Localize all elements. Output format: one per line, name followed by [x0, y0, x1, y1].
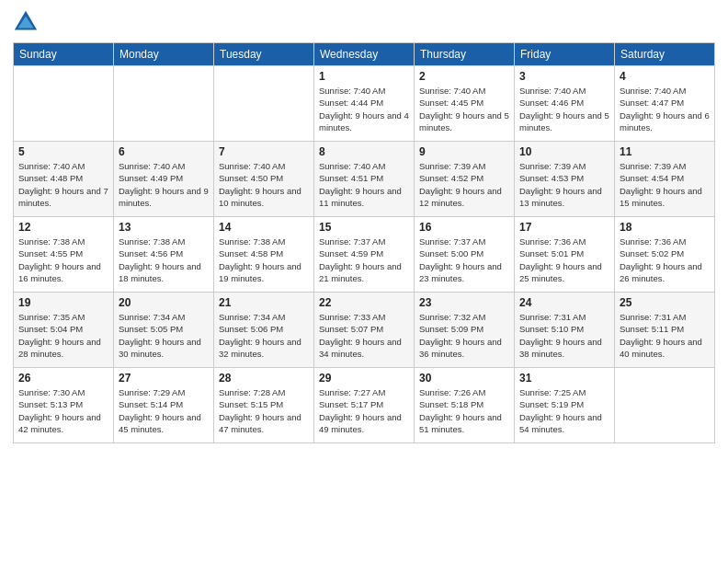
logo	[13, 9, 42, 35]
calendar-cell: 8Sunrise: 7:40 AM Sunset: 4:51 PM Daylig…	[314, 142, 415, 217]
day-info: Sunrise: 7:39 AM Sunset: 4:53 PM Dayligh…	[519, 160, 609, 209]
page: SundayMondayTuesdayWednesdayThursdayFrid…	[0, 0, 728, 563]
calendar-cell: 9Sunrise: 7:39 AM Sunset: 4:52 PM Daylig…	[415, 142, 515, 217]
day-info: Sunrise: 7:37 AM Sunset: 4:59 PM Dayligh…	[319, 236, 409, 284]
weekday-header-wednesday: Wednesday	[314, 43, 415, 66]
day-number: 30	[419, 372, 509, 385]
day-info: Sunrise: 7:26 AM Sunset: 5:18 PM Dayligh…	[419, 386, 509, 435]
day-number: 29	[319, 372, 409, 385]
weekday-header-sunday: Sunday	[14, 43, 114, 66]
day-number: 19	[18, 296, 108, 309]
logo-icon	[13, 9, 39, 35]
calendar-row-3: 19Sunrise: 7:35 AM Sunset: 5:04 PM Dayli…	[14, 293, 715, 368]
weekday-header-saturday: Saturday	[615, 43, 715, 66]
day-number: 24	[519, 296, 609, 309]
calendar-cell: 6Sunrise: 7:40 AM Sunset: 4:49 PM Daylig…	[114, 142, 214, 217]
day-info: Sunrise: 7:31 AM Sunset: 5:10 PM Dayligh…	[519, 311, 609, 360]
day-info: Sunrise: 7:40 AM Sunset: 4:45 PM Dayligh…	[419, 85, 509, 133]
weekday-header-monday: Monday	[114, 43, 214, 66]
calendar-cell	[615, 368, 715, 443]
calendar-cell	[14, 66, 114, 142]
day-number: 17	[519, 221, 609, 234]
day-number: 14	[219, 221, 309, 234]
day-number: 7	[219, 145, 309, 158]
calendar-cell: 13Sunrise: 7:38 AM Sunset: 4:56 PM Dayli…	[114, 217, 214, 293]
weekday-header-friday: Friday	[515, 43, 615, 66]
day-info: Sunrise: 7:38 AM Sunset: 4:58 PM Dayligh…	[219, 236, 309, 284]
day-number: 4	[620, 70, 710, 83]
day-number: 16	[419, 221, 509, 234]
day-info: Sunrise: 7:31 AM Sunset: 5:11 PM Dayligh…	[620, 311, 710, 360]
day-info: Sunrise: 7:30 AM Sunset: 5:13 PM Dayligh…	[18, 386, 108, 435]
weekday-header-row: SundayMondayTuesdayWednesdayThursdayFrid…	[14, 43, 715, 66]
calendar-row-4: 26Sunrise: 7:30 AM Sunset: 5:13 PM Dayli…	[14, 368, 715, 443]
day-number: 10	[519, 145, 609, 158]
day-number: 8	[319, 145, 409, 158]
day-info: Sunrise: 7:27 AM Sunset: 5:17 PM Dayligh…	[319, 386, 409, 435]
day-info: Sunrise: 7:38 AM Sunset: 4:55 PM Dayligh…	[18, 236, 108, 284]
day-info: Sunrise: 7:34 AM Sunset: 5:06 PM Dayligh…	[219, 311, 309, 360]
calendar-table: SundayMondayTuesdayWednesdayThursdayFrid…	[13, 42, 715, 443]
calendar-cell: 27Sunrise: 7:29 AM Sunset: 5:14 PM Dayli…	[114, 368, 214, 443]
header	[13, 9, 715, 35]
day-number: 31	[519, 372, 609, 385]
calendar-cell: 11Sunrise: 7:39 AM Sunset: 4:54 PM Dayli…	[615, 142, 715, 217]
calendar-cell: 31Sunrise: 7:25 AM Sunset: 5:19 PM Dayli…	[515, 368, 615, 443]
day-number: 1	[319, 70, 409, 83]
day-info: Sunrise: 7:40 AM Sunset: 4:50 PM Dayligh…	[219, 160, 309, 209]
day-number: 12	[18, 221, 108, 234]
calendar-row-0: 1Sunrise: 7:40 AM Sunset: 4:44 PM Daylig…	[14, 66, 715, 142]
calendar-cell: 22Sunrise: 7:33 AM Sunset: 5:07 PM Dayli…	[314, 293, 415, 368]
day-info: Sunrise: 7:25 AM Sunset: 5:19 PM Dayligh…	[519, 386, 609, 435]
day-info: Sunrise: 7:32 AM Sunset: 5:09 PM Dayligh…	[419, 311, 509, 360]
weekday-header-thursday: Thursday	[415, 43, 515, 66]
calendar-cell: 25Sunrise: 7:31 AM Sunset: 5:11 PM Dayli…	[615, 293, 715, 368]
day-number: 18	[620, 221, 710, 234]
calendar-cell: 16Sunrise: 7:37 AM Sunset: 5:00 PM Dayli…	[415, 217, 515, 293]
calendar-cell: 3Sunrise: 7:40 AM Sunset: 4:46 PM Daylig…	[515, 66, 615, 142]
calendar-cell: 12Sunrise: 7:38 AM Sunset: 4:55 PM Dayli…	[14, 217, 114, 293]
day-info: Sunrise: 7:28 AM Sunset: 5:15 PM Dayligh…	[219, 386, 309, 435]
calendar-cell: 21Sunrise: 7:34 AM Sunset: 5:06 PM Dayli…	[214, 293, 314, 368]
day-info: Sunrise: 7:39 AM Sunset: 4:52 PM Dayligh…	[419, 160, 509, 209]
day-info: Sunrise: 7:36 AM Sunset: 5:01 PM Dayligh…	[519, 236, 609, 284]
calendar-cell: 15Sunrise: 7:37 AM Sunset: 4:59 PM Dayli…	[314, 217, 415, 293]
calendar-cell: 29Sunrise: 7:27 AM Sunset: 5:17 PM Dayli…	[314, 368, 415, 443]
day-number: 11	[620, 145, 710, 158]
day-info: Sunrise: 7:35 AM Sunset: 5:04 PM Dayligh…	[18, 311, 108, 360]
day-info: Sunrise: 7:40 AM Sunset: 4:47 PM Dayligh…	[620, 85, 710, 133]
day-number: 2	[419, 70, 509, 83]
day-number: 26	[18, 372, 108, 385]
calendar-cell: 30Sunrise: 7:26 AM Sunset: 5:18 PM Dayli…	[415, 368, 515, 443]
calendar-cell: 1Sunrise: 7:40 AM Sunset: 4:44 PM Daylig…	[314, 66, 415, 142]
day-number: 3	[519, 70, 609, 83]
calendar-cell: 26Sunrise: 7:30 AM Sunset: 5:13 PM Dayli…	[14, 368, 114, 443]
calendar-cell	[214, 66, 314, 142]
day-number: 28	[219, 372, 309, 385]
day-number: 22	[319, 296, 409, 309]
day-number: 21	[219, 296, 309, 309]
weekday-header-tuesday: Tuesday	[214, 43, 314, 66]
day-info: Sunrise: 7:40 AM Sunset: 4:46 PM Dayligh…	[519, 85, 609, 133]
day-number: 5	[18, 145, 108, 158]
day-number: 25	[620, 296, 710, 309]
calendar-cell: 4Sunrise: 7:40 AM Sunset: 4:47 PM Daylig…	[615, 66, 715, 142]
day-info: Sunrise: 7:40 AM Sunset: 4:44 PM Dayligh…	[319, 85, 409, 133]
day-info: Sunrise: 7:37 AM Sunset: 5:00 PM Dayligh…	[419, 236, 509, 284]
day-info: Sunrise: 7:36 AM Sunset: 5:02 PM Dayligh…	[620, 236, 710, 284]
calendar-cell: 18Sunrise: 7:36 AM Sunset: 5:02 PM Dayli…	[615, 217, 715, 293]
calendar-cell: 23Sunrise: 7:32 AM Sunset: 5:09 PM Dayli…	[415, 293, 515, 368]
day-number: 13	[119, 221, 209, 234]
calendar-row-1: 5Sunrise: 7:40 AM Sunset: 4:48 PM Daylig…	[14, 142, 715, 217]
day-info: Sunrise: 7:39 AM Sunset: 4:54 PM Dayligh…	[620, 160, 710, 209]
calendar-cell	[114, 66, 214, 142]
calendar-cell: 19Sunrise: 7:35 AM Sunset: 5:04 PM Dayli…	[14, 293, 114, 368]
calendar-cell: 14Sunrise: 7:38 AM Sunset: 4:58 PM Dayli…	[214, 217, 314, 293]
calendar-cell: 28Sunrise: 7:28 AM Sunset: 5:15 PM Dayli…	[214, 368, 314, 443]
day-info: Sunrise: 7:34 AM Sunset: 5:05 PM Dayligh…	[119, 311, 209, 360]
calendar-cell: 2Sunrise: 7:40 AM Sunset: 4:45 PM Daylig…	[415, 66, 515, 142]
day-info: Sunrise: 7:40 AM Sunset: 4:48 PM Dayligh…	[18, 160, 108, 209]
day-info: Sunrise: 7:40 AM Sunset: 4:51 PM Dayligh…	[319, 160, 409, 209]
day-number: 20	[119, 296, 209, 309]
calendar-cell: 17Sunrise: 7:36 AM Sunset: 5:01 PM Dayli…	[515, 217, 615, 293]
